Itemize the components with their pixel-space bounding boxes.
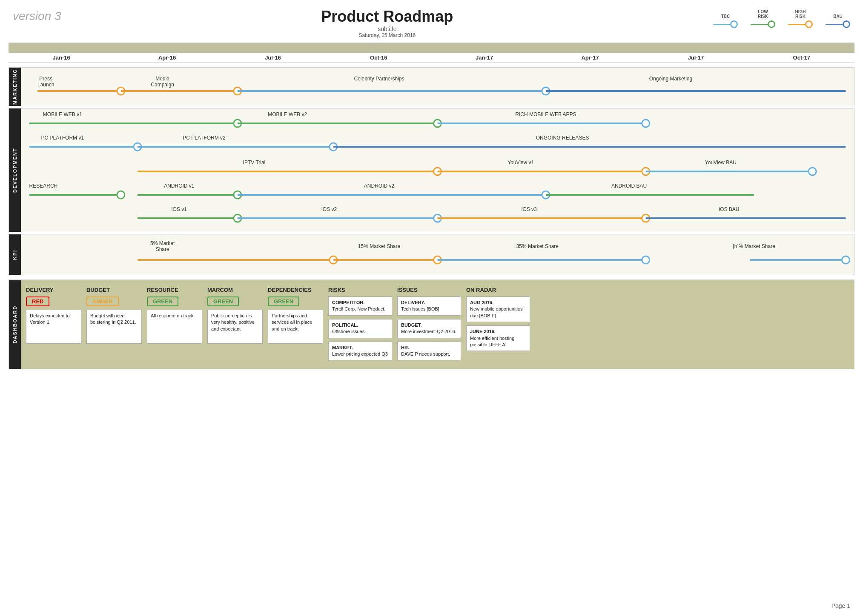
svg-text:PC PLATFORM v2: PC PLATFORM v2: [183, 135, 226, 141]
svg-text:iOS v1: iOS v1: [172, 206, 187, 212]
budget-title: BUDGET: [86, 287, 142, 293]
issues-text-2: DAVE P needs support.: [401, 351, 457, 357]
svg-text:iOS v2: iOS v2: [321, 206, 337, 212]
risks-label-1: POLITICAL.: [332, 322, 388, 328]
risks-card: RISKS COMPETITOR. Tyrell Corp, New Produ…: [328, 287, 392, 362]
delivery-card: DELIVERY RED Delays expected to Version …: [26, 287, 81, 362]
legend-bau-circle: [843, 20, 850, 28]
dependencies-card: DEPENDENCIES GREEN Partnerships and serv…: [268, 287, 323, 362]
issues-text-0: Tech issues [BOB]: [401, 306, 457, 312]
svg-text:iOS v3: iOS v3: [522, 206, 537, 212]
svg-text:ANDROID BAU: ANDROID BAU: [611, 183, 647, 189]
radar-card: ON RADAR AUG 2016. New mobile opportunit…: [466, 287, 530, 362]
issues-item-1: BUDGET. More investment Q2 2016.: [397, 319, 461, 338]
kpi-label: KPI: [9, 234, 21, 275]
development-svg: MOBILE WEB v1 MOBILE WEB v2 RICH MOBILE …: [21, 108, 854, 232]
delivery-title: DELIVERY: [26, 287, 81, 293]
budget-card: BUDGET AMBER Budget will need bolstering…: [86, 287, 142, 362]
delivery-badge: RED: [26, 297, 49, 306]
risks-text-0: Tyrell Corp, New Product.: [332, 306, 388, 312]
svg-text:[n]% Market Share: [n]% Market Share: [733, 243, 775, 249]
timeline-bar: [9, 43, 854, 53]
version-label: version 3: [13, 8, 61, 23]
svg-point-69: [842, 256, 849, 264]
resource-card: RESOURCE GREEN All resource on track.: [147, 287, 202, 362]
legend-tbc-circle: [730, 20, 738, 28]
svg-text:15% Market Share: 15% Market Share: [358, 243, 401, 249]
issues-label-0: DELIVERY.: [401, 299, 457, 306]
header-subtitle: subtitle: [61, 26, 713, 32]
risks-text-2: Lower pricing expected Q3: [332, 351, 388, 357]
issues-label-2: HR.: [401, 345, 457, 351]
dashboard: DASHBOARD DELIVERY RED Delays expected t…: [9, 279, 854, 369]
svg-text:35% Market Share: 35% Market Share: [516, 243, 559, 249]
svg-text:Press: Press: [39, 76, 52, 82]
svg-text:Ongoing Marketing: Ongoing Marketing: [649, 76, 692, 82]
issues-text-1: More investment Q2 2016.: [401, 328, 457, 335]
radar-label-0: AUG 2016.: [470, 299, 526, 306]
marcom-title: MARCOM: [207, 287, 263, 293]
legend-low-risk-track: [751, 24, 768, 25]
legend-bau: BAU: [826, 14, 850, 28]
svg-text:Share: Share: [156, 246, 169, 252]
svg-point-18: [642, 120, 650, 127]
legend-bau-track: [826, 24, 843, 25]
svg-text:ONGOING RELEASES: ONGOING RELEASES: [536, 135, 589, 141]
risks-title: RISKS: [328, 287, 392, 293]
timeline-apr16: Apr-16: [114, 54, 220, 61]
svg-text:Celebrity Partnerships: Celebrity Partnerships: [354, 76, 404, 82]
timeline-oct17: Oct-17: [749, 54, 854, 61]
legend-tbc: TBC: [713, 14, 738, 28]
kpi-content: 5% Market Share 15% Market Share 35% Mar…: [21, 234, 854, 275]
svg-text:5% Market: 5% Market: [150, 240, 175, 246]
header-date: Saturday, 05 March 2016: [61, 32, 713, 38]
svg-text:MOBILE WEB v1: MOBILE WEB v1: [43, 111, 82, 117]
budget-text: Budget will need bolstering in Q2 2011.: [86, 310, 142, 344]
marketing-content: Press Launch Media Campaign Celebrity Pa…: [21, 68, 854, 106]
timeline-jan17: Jan-17: [432, 54, 537, 61]
radar-label-1: JUNE 2016.: [470, 328, 526, 335]
svg-point-67: [642, 256, 650, 264]
svg-text:YouView v1: YouView v1: [507, 160, 534, 165]
issues-title: ISSUES: [397, 287, 461, 293]
timeline-apr17: Apr-17: [537, 54, 643, 61]
resource-title: RESOURCE: [147, 287, 202, 293]
svg-text:MOBILE WEB v2: MOBILE WEB v2: [268, 111, 307, 117]
marketing-label: MARKETING: [9, 68, 21, 106]
svg-text:Campaign: Campaign: [151, 82, 174, 88]
radar-text-0: New mobile opportunities due [BOB F]: [470, 306, 526, 319]
radar-item-0: AUG 2016. New mobile opportunities due […: [466, 297, 530, 322]
page-number: Page 1: [831, 602, 850, 609]
timeline-oct16: Oct-16: [326, 54, 431, 61]
svg-text:ANDROID v1: ANDROID v1: [164, 183, 195, 189]
dashboard-label: DASHBOARD: [9, 280, 21, 369]
svg-text:RICH MOBILE WEB APPS: RICH MOBILE WEB APPS: [515, 111, 576, 117]
risks-label-2: MARKET.: [332, 345, 388, 351]
header: version 3 Product Roadmap subtitle Satur…: [0, 0, 863, 43]
legend-high-risk-track: [788, 24, 805, 25]
page-title: Product Roadmap: [61, 8, 713, 26]
timeline-jul16: Jul-16: [220, 54, 326, 61]
svg-text:YouView BAU: YouView BAU: [705, 160, 737, 165]
legend-high-risk-circle: [805, 20, 813, 28]
timeline-labels: Jan-16 Apr-16 Jul-16 Oct-16 Jan-17 Apr-1…: [9, 53, 854, 63]
legend: TBC LOW RISK HIGH RISK BAU: [713, 8, 850, 28]
risks-item-1: POLITICAL. Offshore issues.: [328, 319, 392, 338]
marcom-card: MARCOM GREEN Public perception is very h…: [207, 287, 263, 362]
radar-title: ON RADAR: [466, 287, 530, 293]
legend-low-risk: LOW RISK: [751, 9, 775, 28]
budget-badge: AMBER: [86, 297, 119, 306]
svg-text:iOS BAU: iOS BAU: [719, 206, 739, 212]
legend-tbc-track: [713, 24, 730, 25]
legend-low-risk-circle: [768, 20, 775, 28]
dashboard-content: DELIVERY RED Delays expected to Version …: [21, 280, 854, 369]
svg-text:PC PLATFORM v1: PC PLATFORM v1: [41, 135, 84, 141]
header-center: Product Roadmap subtitle Saturday, 05 Ma…: [61, 8, 713, 38]
delivery-text: Delays expected to Version 1.: [26, 310, 81, 344]
svg-text:Launch: Launch: [37, 82, 54, 88]
development-content: MOBILE WEB v1 MOBILE WEB v2 RICH MOBILE …: [21, 108, 854, 232]
radar-text-1: More efficient hosting possible [JEFF A]: [470, 335, 526, 348]
swimlane-kpi: KPI 5% Market Share 15% Market Share 35%…: [9, 234, 854, 275]
timeline-jan16: Jan-16: [9, 54, 114, 61]
marcom-text: Public perception is very healthy, posit…: [207, 310, 263, 344]
